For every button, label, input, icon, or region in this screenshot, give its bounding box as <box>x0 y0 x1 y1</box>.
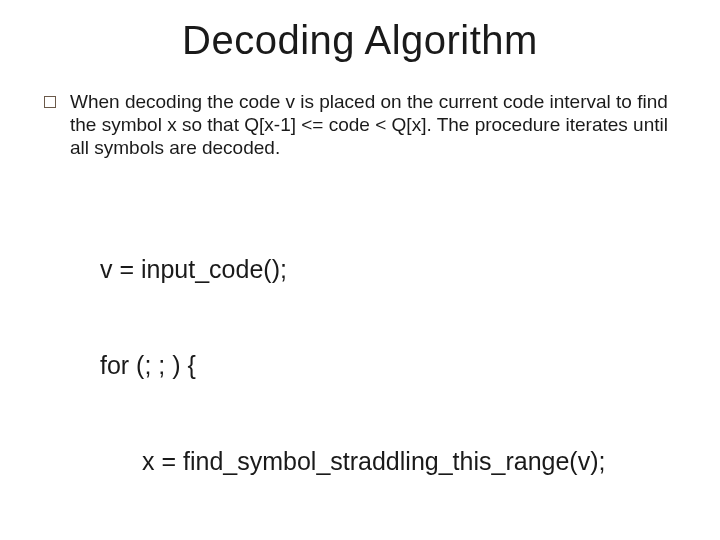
code-line: v = input_code(); <box>100 253 680 285</box>
code-line: x = find_symbol_straddling_this_range(v)… <box>100 445 680 477</box>
code-line: for (; ; ) { <box>100 349 680 381</box>
slide-title: Decoding Algorithm <box>40 18 680 63</box>
square-bullet-icon <box>44 96 56 108</box>
code-block: v = input_code(); for (; ; ) { x = find_… <box>40 189 680 540</box>
slide: Decoding Algorithm When decoding the cod… <box>0 0 720 540</box>
bullet-text: When decoding the code v is placed on th… <box>70 91 676 159</box>
bullet-item: When decoding the code v is placed on th… <box>40 91 680 159</box>
